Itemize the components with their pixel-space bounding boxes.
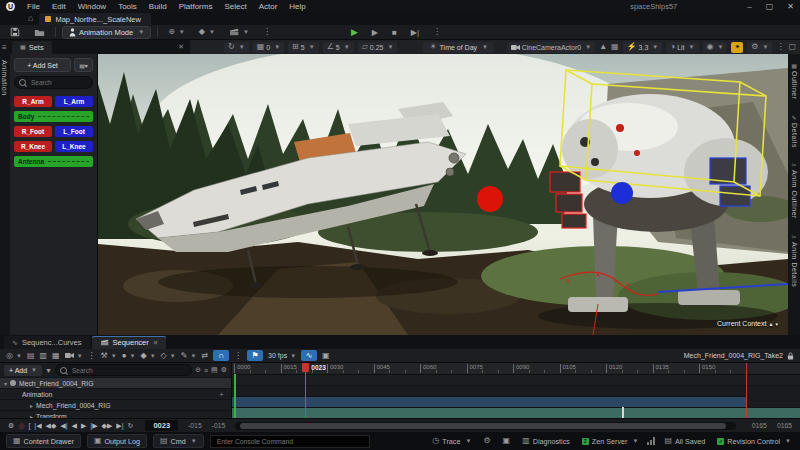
close-button[interactable]: ✕	[787, 2, 794, 11]
seq-actions-button[interactable]: ⚒▼	[101, 351, 117, 360]
seq-render-button[interactable]: ▦	[52, 351, 60, 360]
red-sphere-gizmo[interactable]	[477, 186, 503, 212]
trace-settings-button[interactable]: ⚙	[480, 435, 493, 447]
menu-help[interactable]: Help	[283, 2, 311, 11]
tab-anim-outliner[interactable]: ✂Anim Outliner	[791, 161, 798, 219]
home-icon[interactable]: ⌂	[28, 13, 33, 23]
viewport[interactable]: Current Context ▴ ▾	[98, 54, 788, 335]
working-range-start[interactable]: -015	[212, 422, 226, 429]
stop-button[interactable]: ■	[388, 27, 401, 38]
content-import-button[interactable]	[30, 27, 49, 38]
track-row-animation[interactable]: Animation ＋	[0, 388, 231, 399]
frame-skip-button[interactable]: ▶	[368, 27, 382, 38]
eject-pilot-icon[interactable]: ▲	[599, 43, 607, 51]
view-range-end[interactable]: 0165	[752, 422, 767, 429]
expand-arrow-icon[interactable]: ▾	[4, 380, 7, 387]
menu-select[interactable]: Select	[218, 2, 252, 11]
play-options-button[interactable]: ⋮	[429, 27, 445, 37]
timeline-row-rig[interactable]	[232, 374, 800, 385]
add-actor-button[interactable]: ⊕▼	[164, 27, 189, 37]
move-snap-button[interactable]: ⊞5▼	[288, 42, 319, 53]
set-chip-r_knee[interactable]: R_Knee	[14, 141, 52, 152]
trace-button[interactable]: ◷Trace▼	[429, 435, 474, 447]
to-front-button[interactable]: |◀	[34, 422, 41, 429]
timeline-scrollbar[interactable]	[235, 422, 735, 430]
view-range-start[interactable]: -015	[188, 422, 202, 429]
retime-button[interactable]: ⇄	[201, 351, 208, 360]
next-frame-button[interactable]: |▶	[90, 422, 97, 429]
console-input-box[interactable]	[210, 435, 370, 448]
play-reverse-button[interactable]: ◀	[72, 422, 77, 429]
set-chip-l_foot[interactable]: L_Foot	[55, 126, 93, 137]
cinematics-button[interactable]: ▼	[225, 27, 253, 37]
sequencer-options-button[interactable]: ▣	[322, 351, 330, 360]
view-mode-button[interactable]: ◑Lit▼	[666, 42, 698, 53]
tab-details[interactable]: ✎Details	[791, 114, 798, 148]
sets-panel-tab[interactable]: ▦ Sets	[12, 41, 52, 54]
show-flags-button[interactable]: ◉▼	[703, 42, 728, 53]
zen-server-button[interactable]: ZZen Server▼	[579, 435, 642, 447]
set-chip-l_knee[interactable]: L_Knee	[55, 141, 93, 152]
current-context-overlay[interactable]: Current Context ▴ ▾	[717, 320, 778, 327]
playback-settings-icon[interactable]: ⚙	[8, 422, 14, 429]
seq-camera-button[interactable]: ▼	[65, 352, 83, 359]
camera-speed-button[interactable]: ⚡3.3▼	[623, 42, 663, 53]
rotation-snap-button[interactable]: ∠5▼	[323, 42, 354, 53]
sequence-browser-button[interactable]: ◎▼	[6, 351, 22, 360]
track-search-input[interactable]	[70, 366, 187, 375]
cmd-selector[interactable]: ▤Cmd▼	[153, 434, 204, 448]
viewport-settings-button[interactable]: ⚙▼	[747, 42, 772, 53]
fps-selector[interactable]: 30 fps▼	[268, 352, 296, 359]
diagnostics-button[interactable]: ▥Diagnostics	[519, 435, 573, 447]
set-template-button[interactable]: ▤▾	[74, 58, 93, 72]
animation-strip-tab[interactable]: Animation	[1, 60, 8, 96]
camera-selector[interactable]: CineCameraActor0▼	[507, 42, 595, 53]
stats-icon[interactable]: ▦	[611, 43, 619, 51]
filter-icon[interactable]: ▼	[45, 367, 52, 374]
prev-key-button[interactable]: ◀◆	[46, 422, 57, 429]
tab-anim-details[interactable]: ✂Anim Details	[791, 233, 798, 287]
add-section-icon[interactable]: ＋	[218, 389, 225, 399]
save-button[interactable]	[6, 26, 24, 38]
close-tab-icon[interactable]: ✕	[153, 339, 158, 347]
current-frame-field[interactable]: 0023	[145, 420, 178, 431]
grid-snap-button[interactable]: ▦0▼	[253, 42, 284, 53]
keyframe-tick[interactable]	[622, 407, 624, 418]
record-button[interactable]: ◎	[18, 422, 24, 429]
prev-frame-button[interactable]: ◀|	[60, 422, 67, 429]
set-chip-l_arm[interactable]: L_Arm	[55, 96, 93, 107]
snap-options-button[interactable]: ⋮	[234, 351, 242, 360]
playhead-handle[interactable]	[302, 363, 309, 372]
menu-tools[interactable]: Tools	[112, 2, 143, 11]
timeline-row-transform-section[interactable]	[232, 407, 800, 418]
viewport-overflow-icon[interactable]: ⋮	[776, 43, 784, 51]
keyframe-options-button[interactable]: ●▼	[122, 351, 136, 360]
range-end-marker[interactable]	[746, 363, 747, 418]
range-start-marker[interactable]	[234, 374, 236, 418]
revision-control-button[interactable]: ✓Revision Control▼	[714, 435, 794, 447]
seq-browse-button[interactable]: ▥	[40, 351, 48, 360]
toolbar-overflow-button[interactable]: ⋮	[259, 27, 275, 37]
menu-platforms[interactable]: Platforms	[173, 2, 219, 11]
play-button[interactable]: ▶	[347, 26, 362, 38]
scale-snap-button[interactable]: ▱0.25▼	[358, 42, 398, 53]
list-view-icon[interactable]: ▤	[211, 366, 218, 374]
set-chip-antenna[interactable]: Antenna	[14, 156, 93, 167]
tab-sequencer[interactable]: Sequencer ✕	[92, 336, 167, 349]
blueprints-button[interactable]: ◆▼	[195, 27, 219, 37]
collapse-arrow-icon[interactable]: ▸	[30, 402, 33, 409]
menu-window[interactable]: Window	[72, 2, 112, 11]
tab-outliner[interactable]: ▦Outliner	[791, 62, 798, 100]
curve-editor-button[interactable]: ∿	[301, 350, 317, 361]
content-drawer-button[interactable]: ▦Content Drawer	[6, 434, 81, 448]
time-of-day-button[interactable]: ☀ Time of Day ▼	[423, 42, 494, 53]
console-input[interactable]	[215, 437, 365, 446]
screenshot-button[interactable]: ▣	[500, 435, 514, 447]
set-chip-r_arm[interactable]: R_Arm	[14, 96, 52, 107]
maximize-button[interactable]: ▢	[766, 2, 774, 11]
close-panel-icon[interactable]: ✕	[178, 43, 184, 51]
range-flag-button[interactable]: ⚑	[247, 350, 263, 361]
menu-build[interactable]: Build	[143, 2, 173, 11]
track-row-rig[interactable]: ▾ Mech_Friend_0004_RIG	[0, 377, 231, 388]
blue-sphere-gizmo[interactable]	[611, 182, 633, 204]
